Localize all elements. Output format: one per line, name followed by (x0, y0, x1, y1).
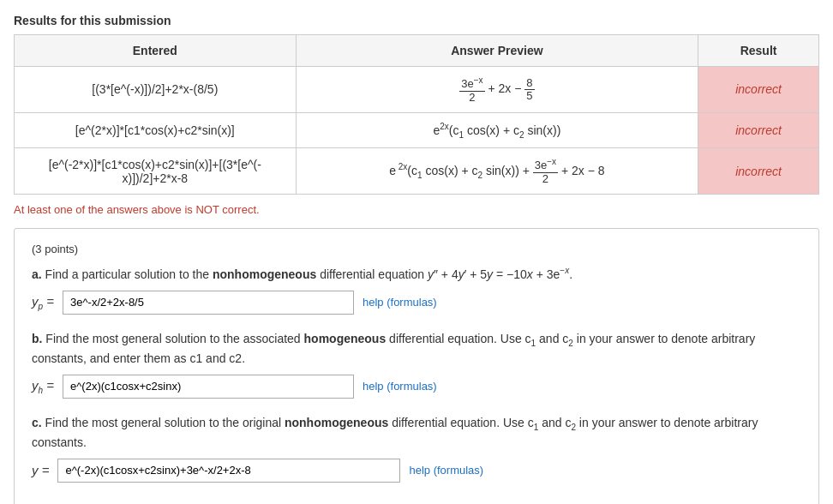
problem-part-b: b. Find the most general solution to the… (32, 330, 801, 399)
problem-box: (3 points) a. Find a particular solution… (14, 228, 819, 504)
part-b-var-label: yh = (32, 378, 54, 395)
part-b-help-link[interactable]: help (formulas) (363, 380, 437, 393)
col-preview: Answer Preview (296, 35, 698, 67)
entered-cell-3: [e^(-2*x)]*[c1*cos(x)+c2*sin(x)]+[(3*[e^… (15, 148, 297, 195)
results-title: Results for this submission (14, 14, 819, 27)
problem-part-c: c. Find the most general solution to the… (32, 414, 801, 483)
part-c-var-label: y = (32, 463, 49, 477)
table-row: [e^(-2*x)]*[c1*cos(x)+c2*sin(x)]+[(3*[e^… (15, 148, 819, 195)
results-table: Entered Answer Preview Result [(3*[e^(-x… (14, 34, 819, 195)
part-c-input[interactable] (57, 459, 400, 483)
problem-part-a: a. Find a particular solution to the non… (32, 264, 801, 315)
col-entered: Entered (15, 35, 297, 67)
result-cell-3: incorrect (698, 148, 819, 195)
result-cell-2: incorrect (698, 112, 819, 147)
result-cell-1: incorrect (698, 67, 819, 113)
entered-cell-2: [e^(2*x)]*[c1*cos(x)+c2*sin(x)] (15, 112, 297, 147)
part-a-var-label: yp = (32, 294, 54, 311)
part-a-help-link[interactable]: help (formulas) (363, 296, 437, 309)
part-c-text: c. Find the most general solution to the… (32, 414, 801, 452)
part-b-answer-row: yh = help (formulas) (32, 375, 801, 399)
part-b-input[interactable] (63, 375, 354, 399)
table-row: [e^(2*x)]*[c1*cos(x)+c2*sin(x)] e2x(c1 c… (15, 112, 819, 147)
preview-cell-2: e2x(c1 cos(x) + c2 sin(x)) (296, 112, 698, 147)
preview-cell-1: 3e−x 2 + 2x − 8 5 (296, 67, 698, 113)
part-a-input[interactable] (63, 291, 354, 315)
points-label: (3 points) (32, 243, 801, 255)
warning-message: At least one of the answers above is NOT… (14, 203, 819, 216)
part-b-text: b. Find the most general solution to the… (32, 330, 801, 368)
table-row: [(3*[e^(-x)])/2]+2*x-(8/5) 3e−x 2 + 2x −… (15, 67, 819, 113)
part-c-answer-row: y = help (formulas) (32, 459, 801, 483)
col-result: Result (698, 35, 819, 67)
part-a-answer-row: yp = help (formulas) (32, 291, 801, 315)
preview-cell-3: e 2x(c1 cos(x) + c2 sin(x)) + 3e−x 2 + 2… (296, 148, 698, 195)
part-a-text: a. Find a particular solution to the non… (32, 264, 801, 284)
entered-cell-1: [(3*[e^(-x)])/2]+2*x-(8/5) (15, 67, 297, 113)
part-c-help-link[interactable]: help (formulas) (409, 464, 483, 477)
